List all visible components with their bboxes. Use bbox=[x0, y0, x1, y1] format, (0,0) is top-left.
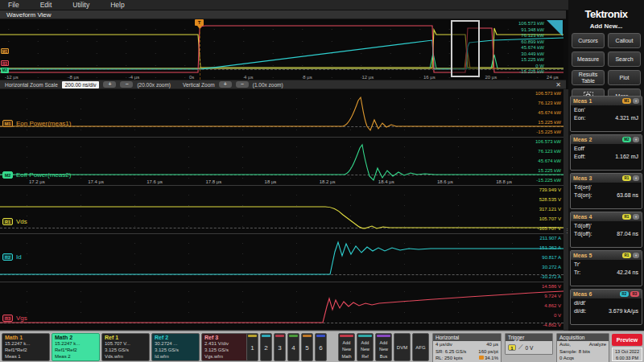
hzoom-plus-button[interactable]: + bbox=[103, 81, 116, 88]
measure-button[interactable]: Measure bbox=[572, 51, 605, 67]
view-title: Waveform View bbox=[0, 10, 566, 19]
meas3-source-chip[interactable]: R1 bbox=[622, 175, 631, 181]
search-button[interactable]: Search bbox=[608, 51, 641, 67]
channel-button[interactable]: 5 bbox=[301, 333, 313, 361]
hzoom-scale-input[interactable]: 200.00 ns/div bbox=[62, 81, 100, 88]
meas4-value: 87.04 ns bbox=[617, 231, 638, 237]
horizontal-panel[interactable]: Horizontal 4 µs/div40 µs SR: 6.25 GS/s16… bbox=[432, 333, 502, 362]
add-button-label: Add New Ref bbox=[357, 339, 373, 360]
meas2-source-chip[interactable]: M2 bbox=[622, 137, 631, 142]
meas3-panel[interactable]: Meas 3 R1 + Td(on)' Td(on): 63.68 ns bbox=[570, 173, 642, 209]
meas5-value: 42.24 ns bbox=[617, 269, 638, 275]
callout-button[interactable]: Callout bbox=[608, 33, 641, 48]
preview-button[interactable]: Preview bbox=[612, 334, 642, 346]
vzoom-plus-button[interactable]: + bbox=[219, 81, 232, 88]
channel-color-strip bbox=[248, 335, 257, 337]
meas6-source-chip2[interactable]: R3 bbox=[630, 291, 639, 297]
close-zoom-icon[interactable]: ✕ bbox=[555, 81, 561, 88]
plot-eoff-power[interactable]: M2 Eoff Power(meas2) 106.573 kW76.123 kW… bbox=[0, 138, 564, 186]
meas1-panel[interactable]: Meas 1 M1 + Eon' Eon: 4.321 mJ bbox=[570, 96, 642, 132]
add-new-button[interactable]: Add New Ref bbox=[357, 333, 374, 361]
badge-line: Ref1*Ref2 bbox=[55, 347, 97, 353]
menu-edit[interactable]: Edit bbox=[40, 1, 52, 9]
meas5-add-chip[interactable]: + bbox=[633, 253, 639, 258]
meas3-add-chip[interactable]: + bbox=[633, 175, 639, 181]
trigger-panel[interactable]: Trigger 1 ⟋ 0 V bbox=[505, 333, 553, 355]
meas6-panel[interactable]: Meas 6 R2 R3 di/dt' di/dt: 3.679 kA/µs bbox=[570, 289, 642, 325]
zoom-toolbar: Horizontal Zoom Scale 200.00 ns/div + − … bbox=[0, 80, 566, 89]
meas2-add-chip[interactable]: + bbox=[633, 137, 639, 142]
meas2-label: Eoff: bbox=[574, 154, 585, 159]
channel-number: 4 bbox=[288, 344, 299, 352]
ref3-waveform-badge[interactable]: Ref 3 2.431 V/div 3.125 GS/s Vgs.wfm bbox=[201, 333, 250, 361]
results-table-button[interactable]: Results Table bbox=[572, 70, 605, 85]
trigger-marker[interactable]: T bbox=[195, 19, 204, 26]
ref3-badge[interactable]: R3 bbox=[2, 315, 13, 322]
scale-label: 739.949 V bbox=[513, 187, 561, 192]
meas1-source-chip[interactable]: M1 bbox=[622, 98, 631, 104]
meas4-source-chip[interactable]: R1 bbox=[622, 214, 631, 220]
channel-number: 5 bbox=[302, 344, 312, 352]
trigger-source-chip[interactable]: 1 bbox=[508, 344, 516, 351]
cursors-button[interactable]: Cursors bbox=[572, 33, 605, 48]
meas4-add-chip[interactable]: + bbox=[633, 214, 639, 220]
overview-badge-m2[interactable]: M2 bbox=[1, 68, 9, 73]
channel-button[interactable]: 1 bbox=[246, 333, 258, 361]
menu-file[interactable]: File bbox=[8, 1, 19, 9]
ref1-badge[interactable]: R1 bbox=[2, 218, 13, 225]
ref2-waveform-badge[interactable]: Ref 2 30.2724 ... 3.125 GS/s Id.wfm bbox=[151, 333, 200, 361]
add-new-button[interactable]: Add New Math bbox=[338, 333, 355, 361]
horizontal-title: Horizontal bbox=[433, 334, 501, 341]
math1-waveform-badge[interactable]: Math 1 15.2247 k... Ref1*Ref2 Meas 1 bbox=[2, 333, 50, 361]
ref2-badge[interactable]: R2 bbox=[2, 253, 13, 261]
afg-button[interactable]: AFG bbox=[412, 333, 429, 361]
overview-badge-m1[interactable]: M1 bbox=[1, 48, 9, 54]
plot-vgs[interactable]: R3 Vgs 14.586 V9.724 V4.862 V0 V-4.862 V bbox=[0, 282, 564, 331]
meas3-name: Td(on)' bbox=[574, 184, 638, 190]
meas1-add-chip[interactable]: + bbox=[633, 98, 639, 104]
tab-waveform-view[interactable]: Waveform View bbox=[0, 10, 566, 19]
meas5-panel[interactable]: Meas 5 R1 + Tr' Tr: 42.24 ns bbox=[570, 250, 642, 286]
meas4-panel[interactable]: Meas 4 R1 + Td(off)' Td(off): 87.04 ns bbox=[570, 212, 642, 248]
zoom-x-tick: 18.6 µs bbox=[437, 179, 453, 184]
draw-zoom-corner-icon[interactable] bbox=[547, 20, 563, 36]
eon-power-waveform bbox=[0, 89, 564, 138]
menu-bar: File Edit Utility Help bbox=[0, 0, 644, 10]
scale-label: 45.674 kW bbox=[513, 110, 561, 115]
acquisition-panel[interactable]: Acquisition Auto,Analyze Sample: 8 bits … bbox=[556, 333, 609, 362]
scale-label: 106.573 kW bbox=[513, 91, 561, 96]
overview-scale-label: 15.225 kW bbox=[500, 57, 544, 62]
plot-id[interactable]: R2 Id 211.907 A151.362 A90.817 A30.272 A… bbox=[0, 234, 564, 282]
plot-button[interactable]: Plot bbox=[608, 70, 641, 85]
plot-eon-power[interactable]: M1 Eon Power(meas1) 106.573 kW76.123 kW4… bbox=[0, 89, 564, 138]
channel-button[interactable]: 6 bbox=[315, 333, 327, 361]
hzoom-minus-button[interactable]: − bbox=[120, 81, 133, 88]
vds-label: Vds bbox=[16, 218, 27, 225]
menu-help[interactable]: Help bbox=[110, 1, 124, 9]
meas5-source-chip[interactable]: R1 bbox=[622, 253, 631, 258]
math2-badge[interactable]: M2 bbox=[2, 171, 13, 179]
overview-badge-r3[interactable]: R3 bbox=[1, 60, 9, 66]
add-new-button[interactable]: Add New Bus bbox=[375, 333, 392, 361]
meas2-panel[interactable]: Meas 2 M2 + Eoff' Eoff: 1.162 mJ bbox=[570, 134, 642, 171]
dvm-button[interactable]: DVM bbox=[394, 333, 411, 361]
channel-button[interactable]: 2 bbox=[260, 333, 272, 361]
vzoom-minus-button[interactable]: − bbox=[236, 81, 249, 88]
scale-label: 211.907 A bbox=[513, 236, 561, 241]
channel-button[interactable]: 3 bbox=[274, 333, 286, 361]
channel-color-strip bbox=[303, 335, 312, 337]
meas5-name: Tr' bbox=[574, 261, 638, 267]
math1-badge[interactable]: M1 bbox=[2, 120, 13, 127]
menu-utility[interactable]: Utility bbox=[72, 1, 89, 9]
plot-vds[interactable]: R1 Vds 739.949 V528.535 V317.121 V105.70… bbox=[0, 186, 564, 234]
math2-waveform-badge[interactable]: Math 2 15.2247 k... Ref1*Ref2 Meas 2 bbox=[52, 333, 100, 361]
overview-pane[interactable]: T M1 R3 M2 106.573 kW91.348 kW76.123 kW6… bbox=[0, 19, 564, 80]
ref1-waveform-badge[interactable]: Ref 1 105.707 V... 3.125 GS/s Vds.wfm bbox=[101, 333, 150, 361]
channel-button[interactable]: 4 bbox=[287, 333, 299, 361]
meas6-source-chip[interactable]: R2 bbox=[620, 291, 629, 297]
meas1-value: 4.321 mJ bbox=[615, 115, 638, 121]
hzoom-scale-label: Horizontal Zoom Scale bbox=[5, 82, 58, 88]
id-waveform bbox=[0, 234, 564, 282]
eoff-power-label: Eoff Power(meas2) bbox=[16, 171, 71, 179]
zoom-window-box[interactable] bbox=[451, 20, 480, 77]
